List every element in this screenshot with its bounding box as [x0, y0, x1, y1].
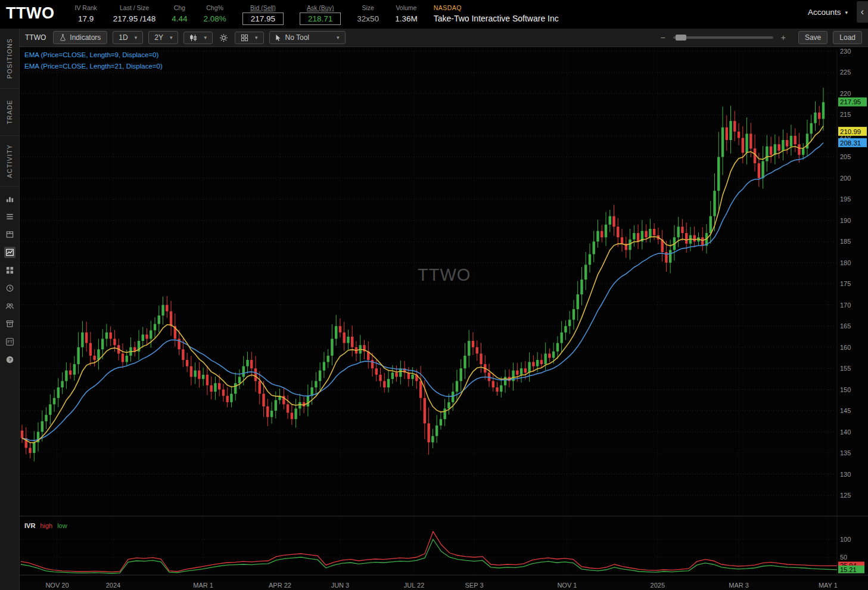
x-axis-label: MAR 3	[729, 582, 749, 589]
field-value: 4.44	[172, 14, 187, 23]
chevron-down-icon: ▾	[255, 35, 258, 41]
svg-text:155: 155	[840, 365, 851, 372]
chart-type-dropdown[interactable]: ▾	[183, 32, 213, 44]
history-icon[interactable]	[4, 282, 15, 294]
chart-settings-button[interactable]	[218, 33, 229, 42]
ivr-high-label: high	[40, 522, 52, 529]
svg-text:230: 230	[840, 48, 851, 55]
header-field-size: Size 32x50	[357, 2, 379, 23]
ema-lines	[22, 126, 823, 442]
svg-text:210.99: 210.99	[840, 128, 861, 135]
chart-module-icon[interactable]	[4, 247, 15, 258]
x-axis-label: MAY 1	[819, 582, 838, 589]
tab-label: TRADE	[6, 100, 13, 125]
ivr-lines	[21, 532, 837, 573]
chevron-down-icon: ▾	[170, 35, 173, 41]
collapse-panel-button[interactable]: ‹	[857, 1, 868, 23]
indicators-button[interactable]: Indicators	[53, 31, 107, 44]
ema9-legend: EMA (Price=CLOSE, Length=9, Displace=0)	[24, 49, 163, 61]
field-value: 2.08%	[203, 14, 226, 23]
svg-text:185: 185	[840, 238, 851, 245]
cursor-icon	[275, 34, 281, 42]
exchange-label: NASDAQ	[434, 4, 462, 11]
zoom-out-button[interactable]: −	[658, 33, 668, 42]
grid-icon[interactable]	[4, 265, 15, 276]
save-button[interactable]: Save	[798, 31, 827, 44]
field-value: 32x50	[357, 14, 379, 23]
tab-label: ACTIVITY	[6, 144, 13, 178]
sidebar-tab-trade[interactable]: TRADE	[0, 89, 19, 136]
field-label: IV Rank	[74, 4, 97, 11]
ema21-line	[22, 142, 823, 440]
svg-text:190: 190	[840, 217, 851, 224]
zoom-in-button[interactable]: +	[779, 33, 788, 42]
chart-symbol-label[interactable]: TTWO	[25, 33, 46, 42]
svg-text:?: ?	[8, 357, 11, 362]
gear-icon	[219, 33, 228, 42]
header-field-volume: Volume 1.36M	[395, 2, 418, 23]
bid-button[interactable]: 217.95	[242, 13, 284, 25]
tool-label: No Tool	[285, 33, 309, 42]
chevron-down-icon: ▾	[337, 35, 340, 41]
timeframe-dropdown[interactable]: 1D ▾	[113, 31, 143, 44]
archive-icon[interactable]	[4, 318, 15, 330]
tab-label: POSITIONS	[6, 38, 13, 79]
accounts-menu[interactable]: Accounts ▾	[808, 8, 848, 17]
chevron-down-icon: ▾	[135, 35, 138, 41]
header-field-chg-pct: Chg% 2.08%	[203, 2, 226, 23]
candlestick-icon	[189, 34, 197, 42]
sidebar-tab-positions[interactable]: POSITIONS	[0, 29, 19, 89]
svg-text:205: 205	[840, 153, 851, 160]
ft-icon[interactable]: FT	[4, 336, 15, 347]
ivr-low-line	[21, 539, 837, 573]
sidebar-tab-activity[interactable]: ACTIVITY	[0, 136, 19, 187]
tool-dropdown[interactable]: No Tool ▾	[269, 31, 346, 44]
header-field-last-size: Last / Size 217.95 /148	[113, 2, 155, 23]
ivr-high-line	[21, 532, 837, 572]
svg-text:215: 215	[840, 111, 851, 118]
range-dropdown[interactable]: 2Y ▾	[148, 31, 178, 44]
chart-toolbar: TTWO Indicators 1D ▾ 2Y ▾ ▾ ▾ No Tool	[20, 29, 868, 47]
x-axis: NOV 202024MAR 1APR 22JUN 3JUL 22SEP 3NOV…	[20, 581, 868, 590]
study-legend: EMA (Price=CLOSE, Length=9, Displace=0) …	[24, 49, 163, 72]
ema9-line	[22, 126, 823, 442]
load-button[interactable]: Load	[833, 31, 862, 44]
left-sidebar: POSITIONS TRADE ACTIVITY	[0, 29, 20, 590]
svg-text:135: 135	[840, 449, 851, 457]
svg-text:160: 160	[840, 344, 851, 351]
field-label: Size	[362, 4, 374, 11]
symbol-logo: TTWO	[6, 2, 54, 24]
layout-dropdown[interactable]: ▾	[235, 32, 264, 44]
svg-text:100: 100	[840, 536, 851, 543]
chart-region: EMA (Price=CLOSE, Length=9, Displace=0) …	[20, 47, 868, 590]
x-axis-label: JUL 22	[404, 582, 424, 589]
zoom-slider-handle[interactable]	[676, 35, 686, 41]
layout-grid-icon	[241, 34, 248, 42]
ivr-low-label: low	[57, 522, 67, 529]
svg-text:150: 150	[840, 386, 851, 393]
candles	[21, 88, 825, 461]
ivr-legend: IVR high low	[24, 522, 67, 529]
tool-current: No Tool	[275, 33, 309, 42]
x-axis-label: JUN 3	[331, 582, 350, 589]
bar-chart-icon[interactable]	[4, 193, 15, 204]
field-label: Chg	[174, 4, 185, 11]
marker-labels: 217.95210.99208.3125.9415.21	[838, 97, 867, 573]
header-field-iv-rank: IV Rank 17.9	[74, 2, 97, 23]
header-field-bid: Bid (Sell) 217.95	[242, 2, 284, 25]
users-icon[interactable]	[4, 300, 15, 312]
price-chart-canvas[interactable]: 2302252202152102052001951901851801751701…	[20, 47, 868, 581]
x-axis-label: NOV 20	[45, 582, 69, 589]
axis-labels: 2302252202152102052001951901851801751701…	[840, 48, 851, 561]
package-icon[interactable]	[4, 229, 15, 240]
help-icon[interactable]: ?	[4, 354, 15, 365]
ema21-legend: EMA (Price=CLOSE, Length=21, Displace=0)	[24, 61, 163, 72]
svg-text:140: 140	[840, 428, 851, 436]
svg-text:130: 130	[840, 471, 851, 478]
header-field-ask: Ask (Buy) 218.71	[300, 2, 341, 25]
zoom-slider[interactable]	[673, 36, 773, 39]
company-name: Take-Two Interactive Software Inc	[434, 14, 559, 23]
svg-text:195: 195	[840, 195, 851, 203]
ask-button[interactable]: 218.71	[300, 13, 341, 25]
watchlist-icon[interactable]	[4, 211, 15, 222]
